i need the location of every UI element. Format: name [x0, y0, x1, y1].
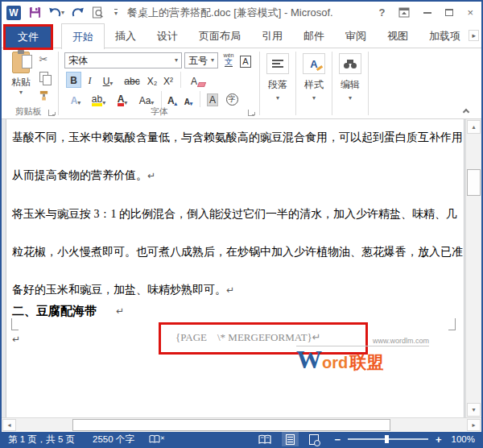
document-page[interactable]: 基酸不同，玉米中赖氨酸含量低，与含赖氨酸高的豌豆混合食用，可以起到蛋白质互补作用… [6, 119, 464, 417]
format-painter-button[interactable] [35, 88, 52, 103]
arrow-down-icon: ▾ [472, 406, 475, 413]
ribbon-display-options-icon[interactable] [398, 7, 410, 18]
document-area: 基酸不同，玉米中赖氨酸含量低，与含赖氨酸高的豌豆混合食用，可以起到蛋白质互补作用… [2, 119, 481, 417]
italic-button[interactable]: I [84, 72, 96, 88]
horizontal-scrollbar[interactable]: ◂ ▸ [2, 417, 481, 432]
zoom-slider[interactable] [348, 438, 428, 440]
vertical-scrollbar[interactable]: ▴ ▾ [465, 119, 481, 417]
maximize-icon[interactable] [445, 9, 453, 16]
superscript-button[interactable]: X² [161, 72, 175, 88]
character-border-button[interactable]: A [238, 52, 253, 68]
tab-page-layout[interactable]: 页面布局 [188, 23, 251, 48]
text-effects-button[interactable]: A▾ [66, 91, 85, 107]
strikethrough-button[interactable]: abc [122, 72, 142, 88]
copy-button[interactable] [35, 69, 52, 85]
font-size-caret-icon: ▾ [211, 57, 214, 64]
zoom-slider-thumb[interactable] [385, 435, 389, 443]
scroll-down-button[interactable]: ▾ [467, 403, 481, 417]
highlight-button[interactable]: ab▾ [88, 91, 109, 107]
shrink-font-button[interactable]: A▾ [181, 91, 196, 107]
enclose-characters-button[interactable]: 字 [224, 90, 240, 106]
horizontal-scroll-thumb[interactable] [72, 419, 390, 431]
subscript-button[interactable]: X₂ [145, 72, 159, 88]
save-button[interactable] [29, 6, 41, 19]
tab-addins[interactable]: 加载项 [419, 23, 471, 48]
scroll-left-button[interactable]: ◂ [2, 419, 16, 431]
print-layout-button[interactable] [282, 432, 299, 446]
redo-icon [72, 7, 85, 19]
paste-label: 粘贴 [11, 76, 31, 89]
word-application-window: W ▾ ▾ 餐桌上的营养搭配.doc [兼容模式] - Microsof... … [0, 0, 483, 448]
copy-icon [39, 72, 48, 82]
group-separator [58, 52, 59, 115]
eraser-icon [197, 82, 206, 87]
qat-customize-icon[interactable]: ▾ [114, 9, 118, 17]
document-text-line[interactable]: 备好的玉米和豌豆，加盐、味精炒熟即可。↵ [12, 283, 457, 297]
undo-button[interactable]: ▾ [48, 7, 64, 19]
web-layout-button[interactable] [305, 432, 323, 446]
minimize-icon[interactable] [423, 12, 431, 14]
document-text-line[interactable]: 基酸不同，玉米中赖氨酸含量低，与含赖氨酸高的豌豆混合食用，可以起到蛋白质互补作用… [12, 131, 457, 145]
paragraph-mark: ↵ [147, 170, 155, 181]
phonetic-guide-icon: wén 文 [224, 52, 234, 67]
zoom-out-button[interactable]: − [334, 433, 341, 446]
scroll-right-button[interactable]: ▸ [467, 419, 481, 431]
zoom-percentage[interactable]: 100% [452, 434, 475, 444]
tab-references[interactable]: 引用 [251, 23, 293, 48]
web-layout-icon [309, 434, 319, 445]
font-dialog-launcher[interactable] [248, 110, 254, 116]
underline-caret-icon: ▾ [109, 81, 113, 87]
tab-mailings[interactable]: 邮件 [293, 23, 335, 48]
undo-icon [48, 7, 61, 19]
redo-button[interactable] [72, 7, 85, 19]
paste-button[interactable]: 粘贴 ▾ [6, 52, 35, 105]
word-logo-icon[interactable]: W [6, 6, 21, 20]
undo-caret-icon[interactable]: ▾ [61, 10, 64, 16]
font-size-select[interactable]: 五号 ▾ [184, 52, 218, 68]
tab-overflow-icon[interactable]: ▸ [469, 30, 479, 41]
clipboard-dialog-launcher[interactable] [48, 110, 55, 116]
document-heading[interactable]: 二、豆腐配海带 [12, 304, 457, 319]
tab-file[interactable]: 文件 [6, 27, 51, 48]
document-text-line[interactable]: 粒花椒，小火慢煮即可。也可煮八成熟后，在炒锅中加入少许植物油、葱花爆香，放入已准 [12, 245, 457, 259]
tab-home[interactable]: 开始 [61, 23, 105, 49]
group-separator [368, 52, 369, 115]
page-number-status[interactable]: 第 1 页，共 5 页 [8, 433, 75, 446]
chevron-up-icon [463, 109, 469, 115]
help-icon[interactable]: ? [378, 6, 385, 19]
grow-font-button[interactable]: A▴ [165, 91, 180, 107]
cut-button[interactable]: ✂ [35, 52, 52, 67]
character-border-icon: A [240, 56, 250, 68]
collapse-ribbon-button[interactable] [464, 107, 470, 114]
tab-view[interactable]: 视图 [377, 23, 419, 48]
read-mode-button[interactable] [254, 432, 275, 446]
close-icon[interactable]: × [467, 7, 473, 18]
font-name-select[interactable]: 宋体 ▾ [64, 52, 182, 68]
proofing-status-button[interactable]: ✕ [149, 434, 162, 445]
font-name-caret-icon: ▾ [175, 57, 178, 64]
phonetic-guide-button[interactable]: wén 文 [221, 52, 237, 68]
underline-button[interactable]: U▾ [97, 72, 118, 88]
paragraph-group-button[interactable]: 段落 ▾ [260, 48, 295, 119]
clear-formatting-button[interactable]: A [187, 72, 209, 88]
font-color-button[interactable]: A▾ [112, 91, 133, 107]
font-group-label: 字体 [60, 106, 259, 118]
watermark-logo: W ord 联盟 [296, 346, 429, 374]
character-shading-button[interactable]: A [204, 91, 221, 107]
bold-button[interactable]: B [66, 72, 81, 88]
zoom-in-button[interactable]: + [436, 433, 442, 446]
word-count-status[interactable]: 2550 个字 [93, 433, 134, 446]
styles-group-button[interactable]: A 样式 ▾ [296, 48, 332, 119]
vertical-scroll-thumb[interactable] [467, 169, 481, 196]
print-preview-button[interactable] [92, 6, 104, 19]
document-text-line[interactable]: 从而提高食物的营养价值。↵ [12, 168, 457, 183]
tab-insert[interactable]: 插入 [105, 23, 147, 48]
ribbon-tab-row: 文件 开始 插入 设计 页面布局 引用 邮件 审阅 视图 加载项 ▸ [2, 23, 481, 48]
document-text-line[interactable]: 将玉米与豌豆按 3：1 的比例混合，倒入能没过它们一半的清水，加入少许精盐、味精… [12, 207, 457, 222]
window-title: 餐桌上的营养搭配.doc [兼容模式] - Microsof... [127, 6, 332, 20]
scroll-up-button[interactable]: ▴ [467, 120, 481, 134]
tab-review[interactable]: 审阅 [335, 23, 377, 48]
change-case-button[interactable]: Aa▾ [135, 91, 158, 107]
tab-design[interactable]: 设计 [147, 23, 188, 48]
editing-group-button[interactable]: 编辑 ▾ [332, 48, 368, 119]
